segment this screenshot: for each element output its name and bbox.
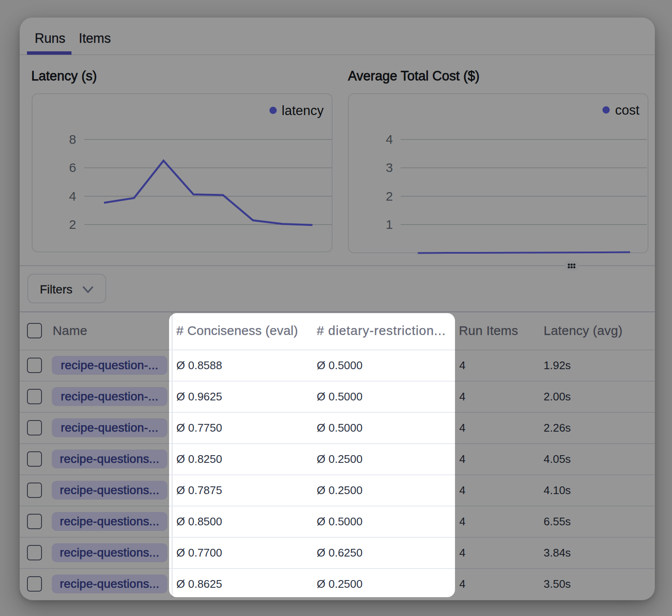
svg-text:4: 4 <box>69 189 76 203</box>
svg-text:2: 2 <box>386 189 393 203</box>
svg-text:latency: latency <box>282 103 324 118</box>
svg-text:cost: cost <box>615 103 639 118</box>
svg-text:3: 3 <box>386 160 393 175</box>
svg-text:4: 4 <box>386 132 393 146</box>
svg-text:1: 1 <box>386 217 393 231</box>
svg-text:8: 8 <box>69 132 76 146</box>
svg-text:6: 6 <box>69 160 76 175</box>
svg-text:2: 2 <box>69 217 76 231</box>
